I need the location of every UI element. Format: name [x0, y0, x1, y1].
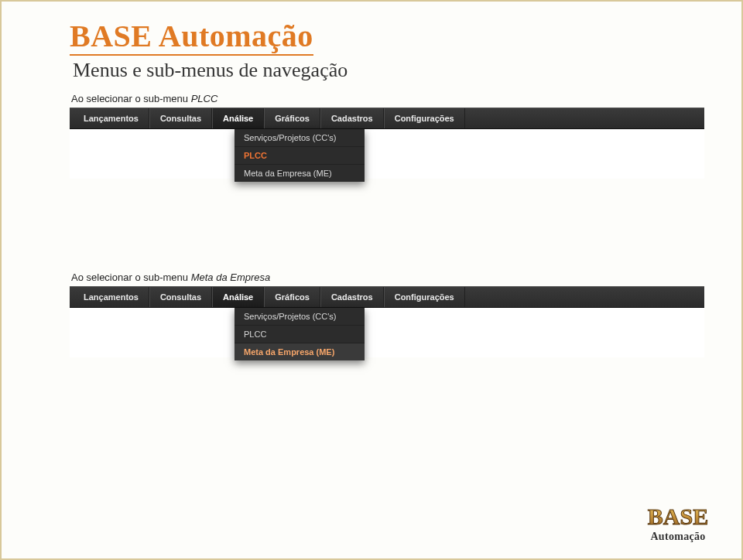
- dropdown-item-plcc[interactable]: PLCC: [235, 147, 365, 165]
- dropdown-item-meta-empresa[interactable]: Meta da Empresa (ME): [235, 165, 365, 182]
- menubar-item-configuracoes[interactable]: Configurações: [384, 287, 465, 307]
- footer-logo: BASE Automação: [639, 501, 717, 543]
- page-subtitle: Menus e sub-menus de navegação: [73, 59, 695, 82]
- menubar-item-graficos[interactable]: Gráficos: [264, 287, 320, 307]
- dropdown-item-servicos-projetos[interactable]: Serviços/Projetos (CC's): [235, 129, 365, 147]
- menubar-item-consultas[interactable]: Consultas: [149, 287, 212, 307]
- footer-logo-subtitle: Automação: [639, 531, 717, 543]
- dropdown-item-meta-empresa[interactable]: Meta da Empresa (ME): [235, 343, 365, 360]
- dropdown-analise-2: Serviços/Projetos (CC's) PLCC Meta da Em…: [235, 308, 365, 360]
- page-title-text: BASE Automação: [70, 19, 313, 53]
- page-title: BASE Automação: [70, 20, 313, 56]
- menubar-2: Lançamentos Consultas Análise Gráficos C…: [70, 286, 704, 308]
- menu-screenshot-1: Lançamentos Consultas Análise Gráficos C…: [70, 108, 704, 179]
- menubar-item-lancamentos[interactable]: Lançamentos: [70, 108, 149, 128]
- menubar-item-cadastros[interactable]: Cadastros: [320, 287, 384, 307]
- menu-screenshot-2: Lançamentos Consultas Análise Gráficos C…: [70, 286, 704, 357]
- caption1-prefix: Ao selecionar o sub-menu: [71, 93, 191, 104]
- menubar-item-graficos[interactable]: Gráficos: [264, 108, 320, 128]
- base-logo-icon: BASE: [639, 501, 717, 532]
- svg-text:BASE: BASE: [648, 504, 708, 529]
- menubar-1: Lançamentos Consultas Análise Gráficos C…: [70, 108, 704, 129]
- menubar-item-analise[interactable]: Análise: [212, 287, 264, 307]
- caption-section-1: Ao selecionar o sub-menu PLCC: [71, 93, 695, 104]
- caption2-prefix: Ao selecionar o sub-menu: [71, 271, 191, 283]
- menubar-item-cadastros[interactable]: Cadastros: [320, 108, 384, 128]
- dropdown-item-servicos-projetos[interactable]: Serviços/Projetos (CC's): [235, 308, 365, 326]
- title-underline: [70, 54, 313, 56]
- menubar-item-consultas[interactable]: Consultas: [149, 108, 212, 128]
- dropdown-item-plcc[interactable]: PLCC: [235, 326, 365, 343]
- caption2-emph: Meta da Empresa: [191, 271, 271, 283]
- menubar-item-configuracoes[interactable]: Configurações: [384, 108, 465, 128]
- caption-section-2: Ao selecionar o sub-menu Meta da Empresa: [71, 271, 695, 283]
- dropdown-analise-1: Serviços/Projetos (CC's) PLCC Meta da Em…: [235, 129, 365, 182]
- menubar-item-lancamentos[interactable]: Lançamentos: [70, 287, 149, 307]
- menubar-item-analise[interactable]: Análise: [212, 108, 264, 128]
- caption1-emph: PLCC: [191, 93, 218, 104]
